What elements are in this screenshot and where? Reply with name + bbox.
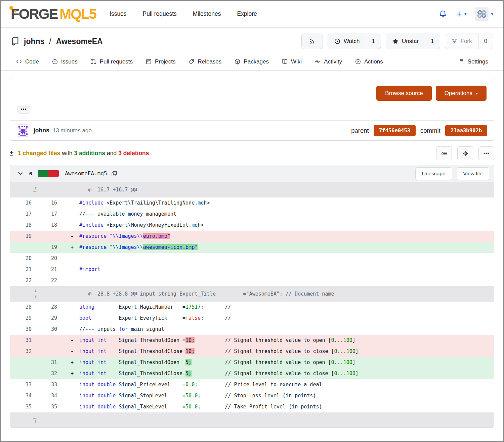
repo-book-icon [11, 37, 20, 46]
nav-link-pull-requests[interactable]: Pull requests [143, 10, 177, 17]
expand-both-button[interactable]: ↓·····↑ [33, 290, 38, 299]
code-cell: -input int Signal_ThresholdOpen =10; // … [61, 335, 494, 346]
diff-row-ctx: 1818#include <Expert\Money\MoneyFixedLot… [10, 220, 494, 231]
line-number-old [10, 357, 36, 368]
expand-down-button[interactable]: ·····↓ [33, 417, 38, 423]
file-tree-toggle-button[interactable] [436, 146, 452, 160]
tab-activity[interactable]: Activity [314, 58, 342, 65]
ellipsis-icon: ••• [21, 106, 27, 112]
rss-feed-button[interactable] [301, 34, 323, 49]
code-line: #include <Expert\Money\MoneyFixedLot.mqh… [79, 222, 204, 228]
logo-dot2-icon [14, 10, 16, 12]
code-cell: bool Expert_EveryTick =false; // [61, 313, 494, 324]
commit-label: commit [420, 127, 440, 134]
code-cell: input double Signal_StopLevel =50.0; // … [61, 390, 494, 401]
line-number-old: 28 [10, 302, 36, 313]
pull-request-icon [90, 58, 97, 65]
copy-file-path-button[interactable] [111, 171, 117, 177]
repo-name-link[interactable]: AwesomeEA [56, 37, 103, 46]
line-number-new: 31 [36, 357, 61, 368]
user-menu-button[interactable]: ▾ [475, 7, 493, 21]
browser-viewport: FORGE MQL5 Issues Pull requests Mileston… [0, 0, 504, 442]
fork-count[interactable]: 0 [478, 34, 493, 49]
line-number-new: 29 [36, 313, 61, 324]
tab-settings[interactable]: Settings [458, 58, 488, 65]
tab-releases[interactable]: Releases [188, 58, 221, 65]
line-number-old: 19 [10, 231, 36, 242]
plus-icon: + [456, 10, 462, 18]
line-number-old: 21 [10, 264, 36, 275]
expander-glyph: ····· [33, 190, 38, 193]
tab-code[interactable]: Code [16, 58, 39, 65]
commit-box: Browse source Operations ▾ ••• [10, 78, 494, 141]
unstar-button[interactable]: Unstar 1 [386, 34, 440, 49]
copy-icon [111, 171, 117, 177]
notifications-bell-button[interactable] [438, 10, 447, 18]
line-number-new: 22 [36, 275, 61, 286]
tab-wiki[interactable]: Wiki [282, 58, 302, 65]
line-number-new: 20 [36, 253, 61, 264]
watch-button[interactable]: Watch 1 [328, 34, 381, 49]
tab-actions-label: Actions [364, 58, 383, 65]
split-diff-icon [462, 150, 469, 157]
tab-issues[interactable]: Issues [52, 58, 78, 65]
tab-projects[interactable]: Projects [145, 58, 175, 65]
chevron-down-icon: ▾ [476, 91, 478, 96]
star-count[interactable]: 1 [425, 34, 439, 49]
nav-link-explore[interactable]: Explore [237, 10, 257, 17]
operations-dropdown-button[interactable]: Operations ▾ [436, 86, 487, 101]
tab-actions[interactable]: Actions [355, 58, 383, 65]
unescape-button[interactable]: Unescape [415, 167, 452, 180]
nav-right: + ▾ ▾ [438, 7, 493, 21]
collapse-file-button[interactable] [17, 171, 23, 176]
diff-more-options-button[interactable]: ••• [478, 146, 494, 160]
commit-author-link[interactable]: johns [34, 127, 49, 134]
nav-links: Issues Pull requests Milestones Explore [110, 10, 257, 17]
fork-button[interactable]: Fork 0 [445, 34, 493, 49]
diff-row-ctx: 3535input double Signal_TakeLevel =50.0;… [10, 401, 494, 412]
parent-sha-button[interactable]: 7f456e0453 [374, 125, 416, 136]
diff-row-ctx: 2929bool Expert_EveryTick =false; // [10, 313, 494, 324]
commit-sha-button[interactable]: 21aa3b902b [445, 125, 487, 136]
code-icon [16, 58, 22, 65]
tab-code-label: Code [25, 58, 39, 65]
expand-up-button[interactable]: ↑····· [33, 187, 38, 193]
line-number-new [36, 335, 61, 346]
line-number-new: 34 [36, 390, 61, 401]
nav-link-issues[interactable]: Issues [110, 10, 127, 17]
line-number-new: 33 [36, 379, 61, 390]
line-number-new [36, 231, 61, 242]
chevron-down-icon [17, 171, 23, 176]
line-number-old: 22 [10, 275, 36, 286]
additions-count: 3 additions [74, 150, 105, 157]
rss-icon [309, 38, 316, 45]
tab-issues-label: Issues [61, 58, 78, 65]
line-number-old: 18 [10, 220, 36, 231]
repo-owner-link[interactable]: johns [24, 37, 44, 46]
watch-count[interactable]: 1 [366, 34, 381, 49]
forge-mql5-logo[interactable]: FORGE MQL5 [11, 7, 96, 21]
line-number-old: 34 [10, 390, 36, 401]
stats-text: with [60, 150, 74, 157]
code-cell: //--- available money management [61, 209, 494, 220]
view-file-button[interactable]: View file [457, 167, 489, 180]
create-new-button[interactable]: + ▾ [456, 10, 466, 18]
tab-pull-requests[interactable]: Pull requests [90, 58, 133, 65]
unstar-label: Unstar [402, 38, 419, 45]
repo-tab-bar: Code Issues Pull requests Projects Relea… [1, 53, 503, 71]
tag-icon [188, 58, 195, 65]
tab-packages[interactable]: Packages [234, 58, 269, 65]
diff-table: ↑·····@ -16,7 +16,7 @@1616#include <Expe… [10, 182, 494, 427]
code-cell: +input int Signal_ThresholdClose=5; // S… [61, 368, 494, 379]
commit-message-toggle-button[interactable]: ••• [17, 106, 30, 114]
code-cell: #include <Expert\Money\MoneyFixedLot.mqh… [61, 220, 494, 231]
operations-label: Operations [445, 90, 472, 97]
nav-link-milestones[interactable]: Milestones [193, 10, 221, 17]
line-number-new: 32 [36, 368, 61, 379]
split-view-toggle-button[interactable] [457, 146, 473, 160]
tools-icon [458, 58, 465, 65]
line-number-new: 16 [36, 197, 61, 209]
file-change-count: 6 [29, 171, 32, 176]
browse-source-button[interactable]: Browse source [376, 86, 431, 101]
chevron-down-icon: ▾ [491, 11, 493, 16]
